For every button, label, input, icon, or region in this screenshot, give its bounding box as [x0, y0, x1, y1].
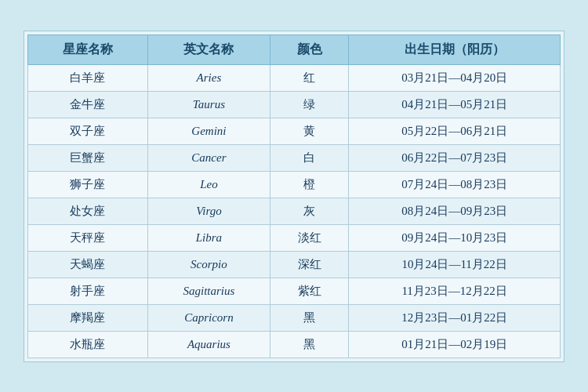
zodiac-date: 07月24日—08月23日: [349, 171, 561, 198]
table-row: 处女座Virgo灰08月24日—09月23日: [28, 198, 561, 224]
zodiac-date: 03月21日—04月20日: [349, 64, 561, 91]
zodiac-cn: 金牛座: [28, 91, 148, 118]
header-date: 出生日期（阳历）: [349, 34, 561, 64]
zodiac-table: 星座名称 英文名称 颜色 出生日期（阳历） 白羊座Aries红03月21日—04…: [27, 34, 561, 358]
zodiac-cn: 天蝎座: [28, 251, 148, 278]
zodiac-date: 10月24日—11月22日: [349, 251, 561, 278]
zodiac-cn: 摩羯座: [28, 304, 148, 331]
zodiac-color: 橙: [270, 171, 348, 198]
zodiac-date: 11月23日—12月22日: [349, 278, 561, 304]
zodiac-color: 白: [270, 144, 348, 171]
zodiac-en: Taurus: [147, 91, 270, 118]
zodiac-date: 05月22日—06月21日: [349, 118, 561, 144]
table-row: 白羊座Aries红03月21日—04月20日: [28, 64, 561, 91]
header-en: 英文名称: [147, 34, 270, 64]
zodiac-date: 09月24日—10月23日: [349, 224, 561, 251]
zodiac-color: 淡红: [270, 224, 348, 251]
zodiac-en: Aquarius: [147, 331, 270, 358]
zodiac-cn: 白羊座: [28, 64, 148, 91]
zodiac-en: Virgo: [147, 198, 270, 224]
table-row: 巨蟹座Cancer白06月22日—07月23日: [28, 144, 561, 171]
zodiac-en: Gemini: [147, 118, 270, 144]
zodiac-color: 黑: [270, 304, 348, 331]
zodiac-table-container: 星座名称 英文名称 颜色 出生日期（阳历） 白羊座Aries红03月21日—04…: [24, 31, 564, 362]
zodiac-date: 08月24日—09月23日: [349, 198, 561, 224]
zodiac-cn: 双子座: [28, 118, 148, 144]
zodiac-en: Libra: [147, 224, 270, 251]
zodiac-color: 黄: [270, 118, 348, 144]
table-row: 摩羯座Capricorn黑12月23日—01月22日: [28, 304, 561, 331]
table-row: 金牛座Taurus绿04月21日—05月21日: [28, 91, 561, 118]
zodiac-color: 绿: [270, 91, 348, 118]
header-color: 颜色: [270, 34, 348, 64]
zodiac-date: 12月23日—01月22日: [349, 304, 561, 331]
zodiac-date: 04月21日—05月21日: [349, 91, 561, 118]
header-cn: 星座名称: [28, 34, 148, 64]
zodiac-en: Leo: [147, 171, 270, 198]
table-row: 水瓶座Aquarius黑01月21日—02月19日: [28, 331, 561, 358]
zodiac-en: Aries: [147, 64, 270, 91]
zodiac-cn: 天秤座: [28, 224, 148, 251]
zodiac-cn: 射手座: [28, 278, 148, 304]
table-row: 射手座Sagittarius紫红11月23日—12月22日: [28, 278, 561, 304]
zodiac-color: 紫红: [270, 278, 348, 304]
zodiac-cn: 处女座: [28, 198, 148, 224]
zodiac-color: 灰: [270, 198, 348, 224]
table-header-row: 星座名称 英文名称 颜色 出生日期（阳历）: [28, 34, 561, 64]
zodiac-cn: 狮子座: [28, 171, 148, 198]
zodiac-en: Cancer: [147, 144, 270, 171]
zodiac-color: 黑: [270, 331, 348, 358]
table-row: 狮子座Leo橙07月24日—08月23日: [28, 171, 561, 198]
zodiac-cn: 巨蟹座: [28, 144, 148, 171]
table-row: 天秤座Libra淡红09月24日—10月23日: [28, 224, 561, 251]
zodiac-date: 01月21日—02月19日: [349, 331, 561, 358]
table-body: 白羊座Aries红03月21日—04月20日金牛座Taurus绿04月21日—0…: [28, 64, 561, 358]
zodiac-en: Scorpio: [147, 251, 270, 278]
table-row: 双子座Gemini黄05月22日—06月21日: [28, 118, 561, 144]
zodiac-en: Sagittarius: [147, 278, 270, 304]
table-row: 天蝎座Scorpio深红10月24日—11月22日: [28, 251, 561, 278]
zodiac-cn: 水瓶座: [28, 331, 148, 358]
zodiac-date: 06月22日—07月23日: [349, 144, 561, 171]
zodiac-en: Capricorn: [147, 304, 270, 331]
zodiac-color: 红: [270, 64, 348, 91]
zodiac-color: 深红: [270, 251, 348, 278]
